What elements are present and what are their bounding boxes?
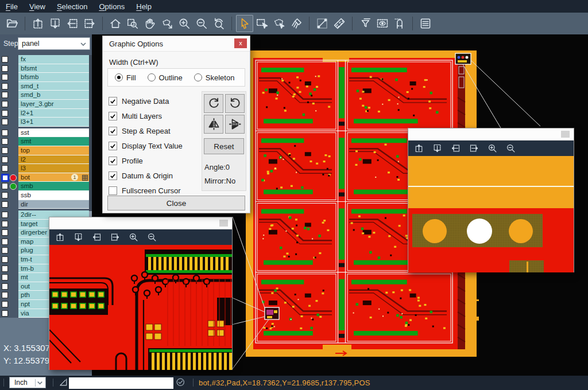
tool-measure-distance[interactable] xyxy=(314,15,331,32)
layer-visibility-checkbox[interactable] xyxy=(2,274,8,280)
layer-visibility-checkbox[interactable] xyxy=(3,176,7,180)
tool-filter-funnel[interactable] xyxy=(357,15,374,32)
magnifier-tool-shift-down[interactable] xyxy=(74,232,83,242)
tool-rect-select[interactable] xyxy=(253,15,270,32)
layer-visibility-checkbox[interactable] xyxy=(2,165,8,171)
checkbox-multi-layers[interactable]: Multi Layers xyxy=(109,108,200,123)
magnifier-tool-shift-up[interactable] xyxy=(414,143,424,153)
layer-name[interactable]: l3 xyxy=(18,164,91,173)
layer-visibility-checkbox[interactable] xyxy=(2,192,8,198)
magnifier-1-titlebar[interactable] xyxy=(49,217,232,229)
magnifier-tool-shift-right[interactable] xyxy=(469,143,479,153)
checkbox-step-repeat[interactable]: Step & Repeat xyxy=(109,123,200,138)
layer-name[interactable]: fx xyxy=(18,55,91,64)
layer-visibility-checkbox[interactable] xyxy=(2,92,8,98)
layer-visibility-checkbox[interactable] xyxy=(2,147,8,154)
magnifier-window-1[interactable] xyxy=(49,217,233,370)
radio-fill[interactable]: Fill xyxy=(115,73,136,82)
layer-visibility-checkbox[interactable] xyxy=(2,221,8,227)
magnifier-1-view[interactable] xyxy=(49,245,232,370)
layer-visibility-checkbox[interactable] xyxy=(2,283,8,290)
layer-visibility-checkbox[interactable] xyxy=(2,101,8,107)
layer-visibility-checkbox[interactable] xyxy=(2,256,8,263)
checkbox-profile[interactable]: Profile xyxy=(109,153,200,168)
tool-shift-up[interactable] xyxy=(29,15,47,32)
layer-visibility-checkbox[interactable] xyxy=(2,157,8,163)
layer-name[interactable]: smd_b xyxy=(18,91,91,100)
magnifier-tool-zoom-out[interactable] xyxy=(147,232,157,242)
step-dropdown[interactable]: panel xyxy=(18,37,90,50)
tool-ruler[interactable] xyxy=(331,15,348,32)
tool-shift-left[interactable] xyxy=(64,15,81,32)
menu-help[interactable]: Help xyxy=(130,1,157,12)
layer-name[interactable]: layer_3.gbr xyxy=(18,100,91,109)
magnifier-1-menu-button[interactable] xyxy=(219,220,228,227)
radio-outline[interactable]: Outline xyxy=(148,73,183,82)
magnifier-tool-shift-up[interactable] xyxy=(55,232,65,242)
menu-options[interactable]: Options xyxy=(93,1,130,12)
layer-grid-icon[interactable] xyxy=(82,174,88,182)
reset-button[interactable]: Reset xyxy=(204,138,244,154)
layer-name[interactable]: smt xyxy=(18,137,91,146)
layer-visibility-checkbox[interactable] xyxy=(2,310,8,317)
command-input[interactable] xyxy=(69,377,173,389)
rotate-ccw-button[interactable] xyxy=(225,94,245,113)
menu-file[interactable]: File xyxy=(0,1,24,12)
magnifier-2-titlebar[interactable] xyxy=(408,128,574,141)
menu-selection[interactable]: Selection xyxy=(51,1,93,12)
tool-clean-brush[interactable] xyxy=(288,15,305,32)
layer-visibility-checkbox[interactable] xyxy=(2,130,8,136)
checkbox-datum-origin[interactable]: Datum & Origin xyxy=(109,168,200,183)
magnifier-window-2[interactable] xyxy=(408,128,574,272)
layer-visibility-checkbox[interactable] xyxy=(2,229,8,236)
magnifier-tool-shift-left[interactable] xyxy=(92,232,102,242)
magnifier-2-menu-button[interactable] xyxy=(561,131,570,138)
layer-name[interactable]: bfsmb xyxy=(18,73,91,82)
layer-visibility-checkbox[interactable] xyxy=(2,138,8,145)
layer-name[interactable]: l2 xyxy=(18,155,91,165)
close-button[interactable]: Close xyxy=(107,196,245,210)
layer-visibility-checkbox[interactable] xyxy=(2,56,8,63)
tool-zoom-in[interactable] xyxy=(176,15,193,32)
layer-name[interactable]: ssb xyxy=(18,191,91,200)
radio-skeleton[interactable]: Skeleton xyxy=(194,73,235,82)
tool-layer-panel[interactable] xyxy=(417,15,434,32)
tool-shift-right[interactable] xyxy=(81,15,98,32)
tool-select-pointer[interactable] xyxy=(236,15,253,32)
magnifier-2-view[interactable] xyxy=(408,156,574,272)
tool-home-view[interactable] xyxy=(107,15,124,32)
tool-zoom-window[interactable] xyxy=(124,15,141,32)
layer-name[interactable]: smd_t xyxy=(18,82,91,91)
layer-visibility-checkbox[interactable] xyxy=(2,201,8,208)
rotate-cw-button[interactable] xyxy=(204,94,223,113)
magnifier-tool-zoom-out[interactable] xyxy=(506,143,516,153)
layer-name[interactable]: bot1 xyxy=(18,173,91,182)
tool-poly-select[interactable] xyxy=(270,15,288,32)
layer-name[interactable]: top xyxy=(18,146,91,155)
checkbox-negative-data[interactable]: Negative Data xyxy=(109,93,200,108)
layer-visibility-checkbox[interactable] xyxy=(2,266,8,272)
magnifier-tool-zoom-in[interactable] xyxy=(488,143,497,153)
layer-visibility-checkbox[interactable] xyxy=(2,247,8,253)
checkbox-display-text-value[interactable]: Display Text Value xyxy=(109,138,200,153)
layer-visibility-checkbox[interactable] xyxy=(2,183,8,189)
tool-open-folder[interactable] xyxy=(3,15,21,32)
magnifier-tool-shift-down[interactable] xyxy=(432,143,442,153)
layer-visibility-checkbox[interactable] xyxy=(2,239,8,245)
dialog-titlebar[interactable]: Graphic Options x xyxy=(103,36,250,52)
magnifier-tool-zoom-in[interactable] xyxy=(129,232,138,242)
tool-shift-down[interactable] xyxy=(47,15,64,32)
layer-name[interactable]: sst xyxy=(18,128,91,138)
layer-visibility-checkbox[interactable] xyxy=(2,74,8,80)
layer-visibility-checkbox[interactable] xyxy=(2,110,8,116)
tool-zoom-previous[interactable] xyxy=(210,15,227,32)
tool-snap-magnet[interactable] xyxy=(391,15,408,32)
tool-pan-hand[interactable] xyxy=(141,15,158,32)
tool-view-options[interactable] xyxy=(374,15,391,32)
tool-zoom-out[interactable] xyxy=(193,15,210,32)
dialog-close-button[interactable]: x xyxy=(234,38,247,48)
layer-visibility-checkbox[interactable] xyxy=(2,292,8,298)
layer-visibility-checkbox[interactable] xyxy=(2,65,8,72)
unit-select[interactable]: Inch xyxy=(9,377,46,388)
layer-visibility-checkbox[interactable] xyxy=(2,212,8,218)
